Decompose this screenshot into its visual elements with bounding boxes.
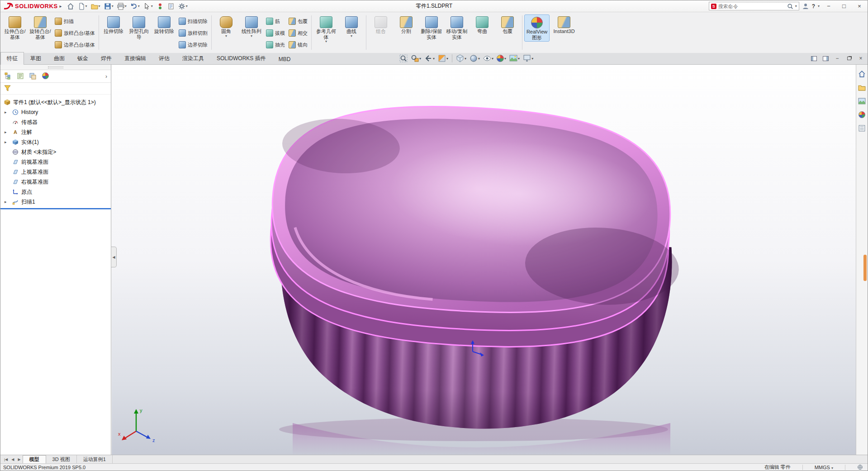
move-copy-body-button[interactable]: 移动/复制实体 bbox=[444, 14, 470, 41]
undo-button[interactable]: ▾ bbox=[129, 2, 141, 11]
doc-minimize-button[interactable]: − bbox=[833, 54, 841, 62]
propertymanager-tab[interactable] bbox=[17, 72, 25, 81]
pane-split-right-button[interactable] bbox=[821, 54, 830, 62]
reference-geometry-dropdown-arrow[interactable]: ▾ bbox=[325, 40, 327, 43]
help-dropdown-arrow[interactable]: ▾ bbox=[818, 5, 820, 8]
view-orientation-button[interactable]: ▾ bbox=[455, 54, 467, 63]
hide-show-items-button[interactable]: ▾ bbox=[482, 54, 494, 63]
graphics-area[interactable]: y x z bbox=[112, 65, 856, 455]
command-search-input[interactable] bbox=[718, 4, 785, 9]
apply-scene-button[interactable]: ▾ bbox=[508, 54, 521, 63]
appearances-scenes-tab[interactable] bbox=[858, 110, 867, 119]
zoom-to-fit-button[interactable] bbox=[398, 54, 408, 63]
part-3d-model[interactable] bbox=[112, 65, 856, 455]
extruded-cut-button[interactable]: 拉伸切除 bbox=[101, 14, 126, 35]
expand-arrow-icon[interactable]: ▸ bbox=[5, 110, 7, 114]
taskpane-scroll-indicator[interactable] bbox=[863, 255, 867, 281]
reference-geometry-button[interactable]: 参考几何体 ▾ bbox=[313, 14, 339, 44]
instant3d-button[interactable]: Instant3D bbox=[550, 14, 579, 35]
doc-close-button[interactable]: × bbox=[857, 54, 865, 62]
tab-surfaces[interactable]: 曲面 bbox=[47, 52, 71, 64]
section-view-button[interactable]: ▾ bbox=[437, 54, 449, 63]
fillet-dropdown-arrow[interactable]: ▾ bbox=[225, 34, 227, 38]
scroll-left-button[interactable]: ◀ bbox=[9, 455, 16, 463]
rebuild-button[interactable] bbox=[155, 2, 165, 11]
home-button[interactable] bbox=[66, 2, 76, 11]
wrap-body-button[interactable]: 包覆 bbox=[495, 14, 520, 35]
previous-view-button[interactable]: ▾ bbox=[423, 54, 436, 63]
3d-views-tab[interactable]: 3D 视图 bbox=[46, 455, 77, 463]
tree-item-part-root[interactable]: 零件1 (默认<<默认>_显示状态 1>) bbox=[0, 97, 111, 107]
window-maximize-button[interactable]: □ bbox=[838, 2, 850, 11]
expand-arrow-icon[interactable]: ▸ bbox=[5, 200, 7, 204]
pane-split-left-button[interactable] bbox=[810, 54, 818, 62]
delete-keep-body-button[interactable]: 删除/保留实体 bbox=[419, 14, 444, 41]
doc-restore-button[interactable] bbox=[845, 54, 853, 62]
tab-mbd[interactable]: MBD bbox=[272, 53, 297, 64]
command-search-box[interactable]: S ▾ bbox=[709, 2, 799, 10]
part-lid[interactable] bbox=[266, 97, 687, 357]
revolve-boss-base-button[interactable]: 旋转凸台/基体 bbox=[28, 14, 53, 41]
options-button[interactable]: ▾ bbox=[177, 2, 189, 11]
swept-cut-button[interactable]: 扫描切除 bbox=[177, 15, 209, 27]
realview-graphics-button[interactable]: RealView 图形 bbox=[524, 14, 550, 42]
curves-dropdown-arrow[interactable]: ▾ bbox=[351, 34, 352, 38]
expand-arrow-icon[interactable]: ▸ bbox=[5, 140, 7, 144]
rib-button[interactable]: 筋 bbox=[264, 15, 287, 27]
displaymanager-tab[interactable] bbox=[42, 72, 50, 81]
tree-item-annotations[interactable]: ▸ A 注解 bbox=[0, 127, 111, 137]
search-dropdown-arrow[interactable]: ▾ bbox=[795, 5, 797, 8]
display-style-button[interactable]: ▾ bbox=[469, 54, 481, 63]
tree-item-origin[interactable]: 原点 bbox=[0, 187, 111, 197]
scroll-right-button[interactable]: ▶ bbox=[16, 455, 22, 463]
revolved-cut-button[interactable]: 旋转切除 bbox=[152, 14, 177, 35]
boundary-cut-button[interactable]: 边界切除 bbox=[177, 39, 209, 51]
panel-splitter[interactable] bbox=[0, 65, 111, 70]
window-minimize-button[interactable]: − bbox=[822, 2, 835, 11]
zoom-to-area-button[interactable]: ▾ bbox=[410, 54, 422, 63]
hole-wizard-button[interactable]: 异型孔向导 bbox=[126, 14, 152, 41]
tab-direct-editing[interactable]: 直接编辑 bbox=[118, 52, 152, 64]
fillet-button[interactable]: 圆角 ▾ bbox=[213, 14, 239, 39]
new-document-button[interactable]: ▾ bbox=[76, 2, 89, 11]
tree-item-history[interactable]: ▸ History bbox=[0, 107, 111, 117]
edit-appearance-button[interactable]: ▾ bbox=[496, 54, 507, 62]
view-settings-button[interactable]: ▾ bbox=[522, 54, 534, 63]
print-button[interactable]: ▾ bbox=[116, 2, 128, 11]
file-properties-button[interactable] bbox=[166, 2, 176, 11]
shell-button[interactable]: 抽壳 bbox=[264, 39, 287, 51]
panel-expand-arrow[interactable]: › bbox=[105, 73, 107, 80]
combine-button[interactable]: 组合 bbox=[368, 14, 394, 35]
filter-funnel-icon[interactable] bbox=[4, 85, 11, 92]
tree-item-front-plane[interactable]: 前视基准面 bbox=[0, 157, 111, 167]
help-button[interactable]: ? bbox=[812, 3, 815, 10]
intersect-button[interactable]: 相交 bbox=[287, 27, 309, 39]
mirror-button[interactable]: 镜向 bbox=[287, 39, 309, 51]
tree-item-material[interactable]: 材质 <未指定> bbox=[0, 147, 111, 157]
tree-item-right-plane[interactable]: 右视基准面 bbox=[0, 177, 111, 187]
rollback-bar[interactable] bbox=[0, 208, 111, 209]
swept-boss-base-button[interactable]: 扫描 bbox=[53, 15, 97, 27]
linear-pattern-dropdown-arrow[interactable]: ▾ bbox=[251, 34, 252, 38]
linear-pattern-button[interactable]: 线性阵列 ▾ bbox=[239, 14, 264, 39]
solidworks-resources-tab[interactable] bbox=[858, 69, 867, 78]
tab-solidworks-addins[interactable]: SOLIDWORKS 插件 bbox=[210, 52, 272, 64]
tree-item-top-plane[interactable]: 上视基准面 bbox=[0, 167, 111, 177]
tab-weldments[interactable]: 焊件 bbox=[95, 52, 118, 64]
scroll-first-button[interactable]: |◀ bbox=[2, 455, 9, 463]
featuremanager-tree-tab[interactable] bbox=[4, 72, 12, 81]
boundary-boss-base-button[interactable]: 边界凸台/基体 bbox=[53, 39, 97, 51]
tab-render-tools[interactable]: 渲染工具 bbox=[176, 52, 210, 64]
custom-properties-tab[interactable] bbox=[858, 124, 867, 133]
tree-item-sensors[interactable]: 传感器 bbox=[0, 117, 111, 127]
web-globe-icon[interactable] bbox=[857, 464, 863, 470]
wrap-button[interactable]: 包覆 bbox=[287, 15, 309, 27]
flex-button[interactable]: 弯曲 bbox=[470, 14, 495, 35]
motion-study-tab[interactable]: 运动算例1 bbox=[77, 455, 113, 463]
extrude-boss-base-button[interactable]: 拉伸凸台/基体 bbox=[2, 14, 28, 41]
search-magnifier-icon[interactable] bbox=[787, 3, 793, 10]
tree-item-solid-bodies[interactable]: ▸ 实体(1) bbox=[0, 137, 111, 147]
tab-sketch[interactable]: 草图 bbox=[24, 52, 47, 64]
panel-collapse-tab[interactable]: ◀ bbox=[111, 247, 117, 267]
tab-evaluate[interactable]: 评估 bbox=[152, 52, 176, 64]
